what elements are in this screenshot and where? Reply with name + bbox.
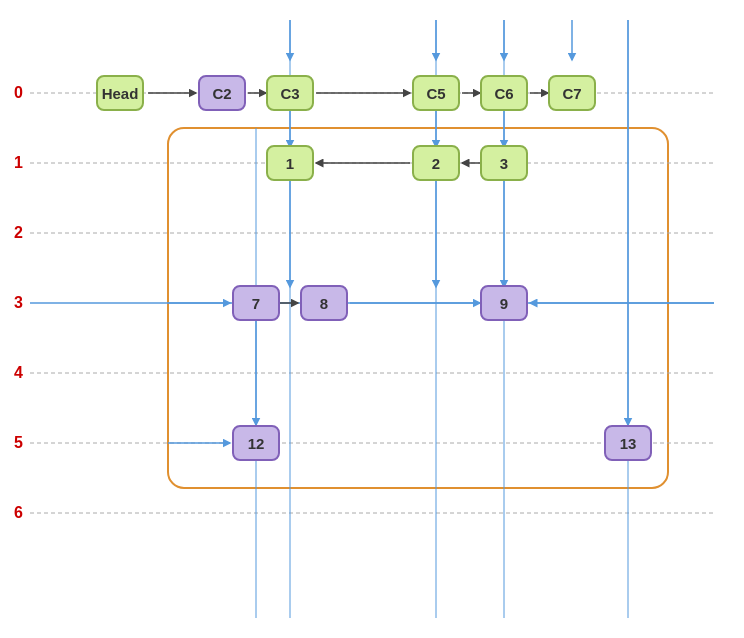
row-label-2: 2	[14, 224, 23, 242]
node-c7: C7	[548, 75, 596, 111]
node-2: 2	[412, 145, 460, 181]
node-head: Head	[96, 75, 144, 111]
node-1: 1	[266, 145, 314, 181]
row-label-1: 1	[14, 154, 23, 172]
node-12: 12	[232, 425, 280, 461]
node-9: 9	[480, 285, 528, 321]
node-c6: C6	[480, 75, 528, 111]
node-c2: C2	[198, 75, 246, 111]
row-label-6: 6	[14, 504, 23, 522]
node-3: 3	[480, 145, 528, 181]
node-c5: C5	[412, 75, 460, 111]
row-label-4: 4	[14, 364, 23, 382]
row-label-0: 0	[14, 84, 23, 102]
row-label-5: 5	[14, 434, 23, 452]
node-13: 13	[604, 425, 652, 461]
node-c3: C3	[266, 75, 314, 111]
row-label-3: 3	[14, 294, 23, 312]
node-8: 8	[300, 285, 348, 321]
node-7: 7	[232, 285, 280, 321]
